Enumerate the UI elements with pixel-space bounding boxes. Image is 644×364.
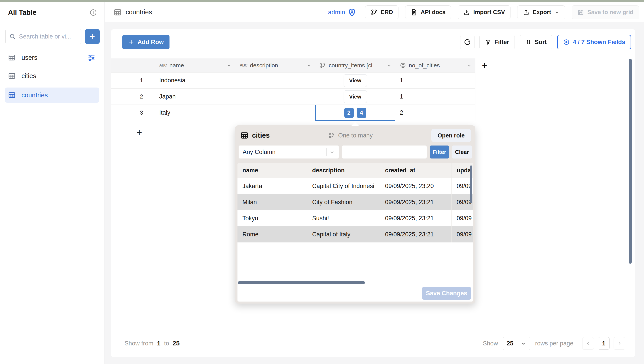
export-label: Export: [533, 9, 551, 16]
add-row-inline-button[interactable]: +: [132, 126, 146, 139]
table-row[interactable]: 3 Italy 2 4 2: [111, 105, 476, 121]
linked-record-chip[interactable]: 4: [357, 108, 366, 118]
page-size-controls: Show 25 rows per page 1: [483, 337, 625, 350]
main-vertical-scrollbar[interactable]: [629, 59, 632, 264]
add-table-button[interactable]: +: [85, 29, 100, 44]
popup-cell[interactable]: Tokyo: [238, 210, 307, 226]
cell-country-items-selected[interactable]: 2 4: [315, 105, 395, 121]
user-menu[interactable]: admin: [328, 8, 356, 17]
column-header-country-items[interactable]: country_items [ci...: [315, 58, 395, 72]
sidebar-item-cities[interactable]: cities: [0, 68, 104, 84]
cell-country-items[interactable]: View: [315, 89, 395, 105]
filter-value-input[interactable]: [342, 145, 427, 158]
popup-cell[interactable]: 09/09: [452, 226, 473, 242]
popup-table-row[interactable]: Rome Capital of Italy 09/09/2025, 23:21 …: [238, 226, 473, 242]
save-changes-button[interactable]: Save Changes: [422, 287, 471, 300]
table-row[interactable]: 2 Japan View 1: [111, 89, 476, 105]
sort-button[interactable]: Sort: [520, 35, 552, 49]
open-role-button[interactable]: Open role: [431, 129, 471, 142]
sort-label: Sort: [535, 39, 547, 46]
popup-cell[interactable]: Capital City of Indonesi: [307, 178, 380, 194]
chevron-down-icon[interactable]: [306, 63, 312, 68]
import-csv-button[interactable]: Import CSV: [458, 5, 510, 19]
erd-icon: [371, 9, 378, 16]
next-page-button[interactable]: [614, 337, 625, 350]
popup-table-row[interactable]: Jakarta Capital City of Indonesi 09/09/2…: [238, 178, 473, 194]
app: All Table Search table or vi... + users: [0, 0, 644, 364]
current-page-button[interactable]: 1: [598, 337, 610, 350]
cell-description[interactable]: [235, 73, 315, 89]
row-number-header: [111, 58, 155, 72]
grid-header-row: ABC name ABC description: [111, 58, 476, 73]
popup-cell[interactable]: 09/09: [452, 210, 473, 226]
breadcrumb: countries: [114, 8, 152, 16]
chevron-down-icon[interactable]: [467, 63, 472, 68]
refresh-button[interactable]: [460, 35, 474, 49]
popup-table-row[interactable]: Tokyo Sushi! 09/09/2025, 23:21 09/09: [238, 210, 473, 226]
popup-cell[interactable]: 09/09/2025, 23:21: [380, 194, 452, 210]
add-row-button[interactable]: Add Row: [122, 35, 170, 49]
import-icon: [463, 9, 470, 16]
column-header-description[interactable]: ABC description: [235, 58, 315, 72]
cell-no-of-cities[interactable]: 1: [395, 89, 476, 105]
column-header-name[interactable]: ABC name: [155, 58, 235, 72]
table-options-icon[interactable]: [88, 54, 96, 62]
erd-button[interactable]: ERD: [365, 5, 398, 19]
search-icon: [9, 33, 16, 40]
sidebar-item-countries[interactable]: countries: [5, 88, 99, 103]
api-docs-button[interactable]: API docs: [405, 5, 451, 19]
api-docs-label: API docs: [420, 9, 446, 16]
pagination-bar: Show from 1 to 25 Show 25 rows per page: [124, 337, 625, 350]
cell-name[interactable]: Indonesia: [155, 73, 235, 89]
cell-description[interactable]: [235, 89, 315, 105]
popup-cell[interactable]: 09/09/2025, 23:21: [380, 210, 452, 226]
popup-vertical-scrollbar[interactable]: [470, 165, 472, 203]
table-icon: [8, 72, 16, 80]
popup-header: cities One to many Open role: [235, 125, 476, 144]
popup-table-row[interactable]: Milan City of Fashion 09/09/2025, 23:21 …: [238, 194, 473, 210]
sidebar-item-users[interactable]: users: [0, 50, 104, 65]
popup-horizontal-scrollbar[interactable]: [238, 281, 365, 284]
add-field-button[interactable]: +: [480, 61, 490, 71]
popup-cell[interactable]: Rome: [238, 226, 307, 242]
sidebar-item-label: cities: [22, 72, 36, 80]
cell-no-of-cities[interactable]: 1: [395, 73, 476, 89]
popup-clear-button[interactable]: Clear: [452, 145, 472, 158]
popup-filter-button[interactable]: Filter: [430, 145, 449, 158]
shown-fields-button[interactable]: 4 / 7 Shown Fields: [557, 35, 631, 49]
info-icon[interactable]: [90, 9, 97, 16]
top-accent-strip: [0, 0, 644, 2]
row-number: 3: [111, 105, 155, 121]
export-button[interactable]: Export: [517, 5, 565, 19]
linked-record-chip[interactable]: 2: [344, 108, 354, 118]
popup-cell[interactable]: 09/09/2025, 23:21: [380, 226, 452, 242]
save-to-new-grid-button[interactable]: Save to new grid: [572, 5, 639, 19]
column-header-no-of-cities[interactable]: no_of_cities: [395, 58, 476, 72]
column-select[interactable]: Any Column: [238, 145, 339, 158]
user-name: admin: [328, 9, 345, 16]
popup-cell[interactable]: City of Fashion: [307, 194, 380, 210]
chevron-down-icon[interactable]: [226, 63, 232, 68]
cell-country-items[interactable]: View: [315, 73, 395, 89]
view-linked-records-button[interactable]: View: [344, 90, 367, 103]
search-input[interactable]: Search table or vi...: [5, 29, 82, 44]
cell-description[interactable]: [235, 105, 315, 121]
cell-name[interactable]: Italy: [155, 105, 235, 121]
popup-cell[interactable]: Capital of Italy: [307, 226, 380, 242]
sidebar-table-list: users cities countries: [0, 50, 104, 103]
popup-cell[interactable]: Sushi!: [307, 210, 380, 226]
filter-button[interactable]: Filter: [480, 35, 515, 49]
link-field-icon: [320, 62, 326, 69]
popup-cell[interactable]: Jakarta: [238, 178, 307, 194]
view-linked-records-button[interactable]: View: [344, 74, 367, 87]
popup-cell[interactable]: Milan: [238, 194, 307, 210]
table-icon: [8, 54, 16, 61]
table-row[interactable]: 1 Indonesia View 1: [111, 73, 476, 89]
export-icon: [523, 9, 530, 16]
chevron-down-icon[interactable]: [386, 63, 392, 68]
cell-name[interactable]: Japan: [155, 89, 235, 105]
prev-page-button[interactable]: [582, 337, 594, 350]
page-size-select[interactable]: 25: [503, 337, 530, 350]
cell-no-of-cities[interactable]: 2: [395, 105, 476, 121]
popup-cell[interactable]: 09/09/2025, 23:20: [380, 178, 452, 194]
